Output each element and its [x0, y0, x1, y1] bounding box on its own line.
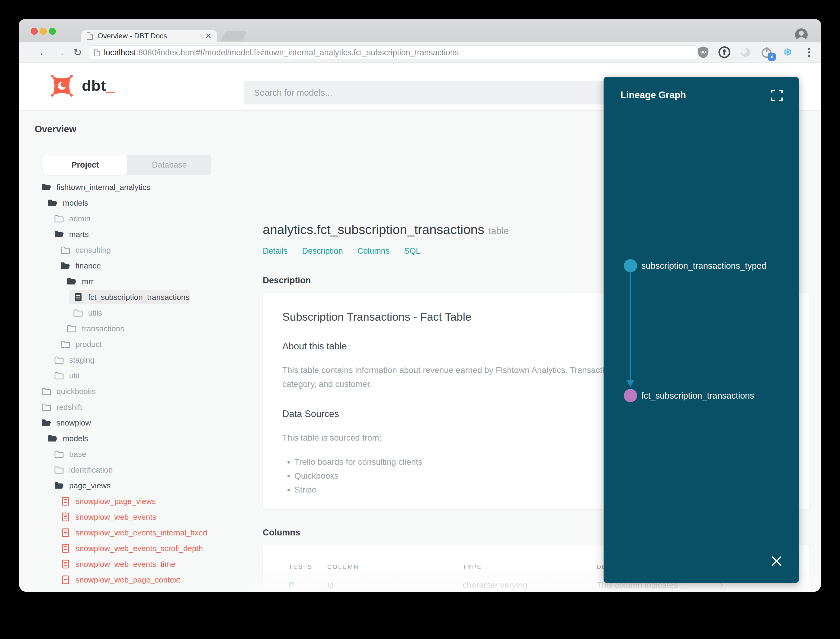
tree-item-label: snowplow_web_events_scroll_depth [76, 544, 203, 553]
back-button[interactable]: ← [37, 46, 51, 59]
folder-open-icon [54, 230, 64, 239]
nav-link-sql[interactable]: SQL [404, 246, 420, 256]
tree-item-models[interactable]: models [19, 195, 244, 211]
tree-item-quickbooks[interactable]: quickbooks [19, 383, 244, 399]
browser-tabstrip: Overview - DBT Docs ✕ [19, 19, 821, 42]
tree-item-label: snowplow_web_events [76, 512, 156, 522]
tree-item-label: mrr [82, 277, 94, 286]
tree-item-snowplow_web_events_time[interactable]: snowplow_web_events_time [19, 556, 244, 572]
close-window-button[interactable] [31, 28, 38, 35]
tree-item-snowplow_web_events[interactable]: snowplow_web_events [19, 509, 244, 525]
lineage-close-icon[interactable] [770, 555, 783, 568]
folder-closed-icon [54, 214, 64, 223]
tree-item-staging[interactable]: staging [19, 352, 244, 368]
tree-item-label: page_views [69, 481, 111, 490]
gray-circle-extension-icon[interactable] [739, 46, 752, 59]
tree-item-redshift[interactable]: redshift [19, 399, 244, 415]
source-toggle: Project Database [43, 155, 211, 175]
folder-closed-icon [54, 355, 64, 364]
minimize-window-button[interactable] [40, 28, 47, 35]
lineage-node-fct_subscription_transactions[interactable]: fct_subscription_transactions [624, 389, 754, 402]
tree-item-label: util [69, 371, 79, 380]
lineage-node-subscription_transactions_typed[interactable]: subscription_transactions_typed [624, 259, 766, 272]
section-nav: DetailsDescriptionColumnsSQL [263, 246, 420, 256]
tree-item-label: fishtown_internal_analytics [56, 183, 150, 192]
tree-item-admin[interactable]: admin [19, 211, 244, 226]
onepassword-extension-icon[interactable] [718, 46, 731, 59]
nav-link-columns[interactable]: Columns [357, 246, 390, 256]
tree-item-snowplow[interactable]: snowplow [19, 415, 244, 431]
tree-item-snowplow_web_page_context[interactable]: snowplow_web_page_context [19, 572, 244, 588]
tree-item-label: snowplow_web_events_internal_fixed [76, 528, 208, 537]
file-icon [60, 512, 71, 521]
tree-item-fishtown_internal_analytics[interactable]: fishtown_internal_analytics [19, 180, 244, 195]
tree-item-marts[interactable]: marts [19, 226, 244, 242]
browser-window: Overview - DBT Docs ✕ ← → ↻ localhost:80… [19, 19, 821, 592]
file-icon [60, 528, 71, 537]
tree-item-base[interactable]: base [19, 446, 244, 462]
browser-tab[interactable]: Overview - DBT Docs ✕ [81, 30, 217, 42]
zoom-window-button[interactable] [49, 28, 56, 35]
folder-closed-icon [67, 324, 77, 333]
model-name: analytics.fct_subscription_transactions [263, 222, 484, 237]
logo-text: dbt [82, 77, 106, 95]
folder-open-icon [48, 199, 58, 207]
tree-item-transactions[interactable]: transactions [19, 321, 244, 336]
tree-item-util[interactable]: util [19, 368, 244, 383]
description-section-label: Description [263, 275, 311, 285]
tree-item-snowplow_web_events_internal_fixed[interactable]: snowplow_web_events_internal_fixed [19, 525, 244, 540]
node-dot [624, 389, 637, 402]
tree-item-label: models [63, 199, 88, 208]
tree-item-label: identification [69, 465, 113, 475]
tree-item-models[interactable]: models [19, 431, 244, 446]
new-tab-button[interactable] [221, 32, 247, 41]
page-icon [87, 32, 93, 40]
reload-button[interactable]: ↻ [71, 46, 84, 59]
browser-menu-icon[interactable] [802, 46, 816, 59]
profile-avatar-icon[interactable] [794, 28, 808, 42]
columns-section-label: Columns [263, 528, 300, 537]
tree-item-label: consulting [76, 245, 111, 255]
ublock-extension-icon[interactable]: uO [697, 46, 710, 59]
tree-item-label: snowplow_web_events_time [76, 560, 175, 569]
tree-item-snowplow_web_events_scroll_depth[interactable]: snowplow_web_events_scroll_depth [19, 540, 244, 556]
folder-open-icon [54, 481, 64, 490]
tree-item-label: product [76, 340, 102, 349]
folder-open-icon [48, 434, 58, 443]
tree-item-product[interactable]: product [19, 336, 244, 352]
forward-button[interactable]: → [54, 46, 67, 59]
dbt-logo[interactable]: dbt_ [49, 73, 115, 99]
lineage-panel: Lineage Graph subscription_transactions_… [603, 77, 799, 583]
folder-open-icon [67, 277, 77, 286]
tree-item-label: fct_subscription_transactions [88, 292, 189, 302]
tab-project[interactable]: Project [43, 155, 127, 175]
folder-closed-icon [54, 371, 64, 380]
file-icon [60, 560, 71, 569]
url-host: localhost [104, 48, 136, 57]
tab-title: Overview - DBT Docs [97, 32, 201, 40]
tree-item-label: snowplow_web_page_context [76, 575, 180, 585]
folder-closed-icon [41, 387, 52, 396]
tree-item-label: marts [69, 230, 89, 239]
tree-item-snowplow_page_views[interactable]: snowplow_page_views [19, 493, 244, 509]
tree-item-page_views[interactable]: page_views [19, 478, 244, 493]
tree-item-label: finance [76, 261, 101, 270]
tree-item-finance[interactable]: finance [19, 258, 244, 273]
snowflake-extension-icon[interactable]: ❄ [781, 46, 794, 59]
tree-item-identification[interactable]: identification [19, 462, 244, 478]
folder-closed-icon [73, 308, 83, 317]
node-label: subscription_transactions_typed [642, 261, 766, 271]
power-extension-icon[interactable]: x [760, 46, 773, 59]
tree-item-consulting[interactable]: consulting [19, 242, 244, 258]
tree-item-mrr[interactable]: mrr [19, 273, 244, 289]
folder-open-icon [41, 418, 52, 427]
tree-item-label: quickbooks [56, 387, 96, 396]
url-bar[interactable]: localhost:8080/index.html#!/model/model.… [89, 45, 697, 60]
tree-item-fct_subscription_transactions[interactable]: fct_subscription_transactions [19, 289, 244, 305]
tab-database[interactable]: Database [127, 155, 212, 175]
tree-item-label: base [69, 450, 86, 459]
nav-link-description[interactable]: Description [302, 246, 343, 256]
tab-close-icon[interactable]: ✕ [205, 32, 212, 41]
tree-item-utils[interactable]: utils [19, 305, 244, 321]
nav-link-details[interactable]: Details [263, 246, 288, 256]
